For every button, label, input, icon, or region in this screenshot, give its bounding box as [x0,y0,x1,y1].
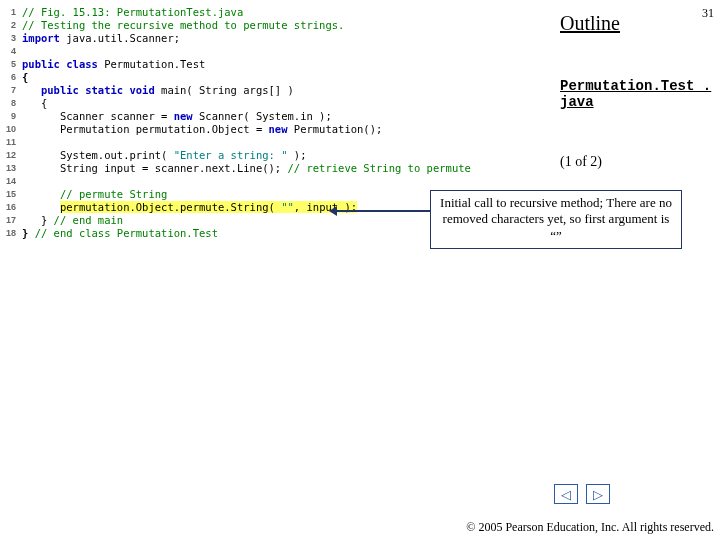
code-content: public static void main( String args[] ) [22,84,540,97]
line-number: 15 [0,188,22,201]
line-number: 18 [0,227,22,240]
code-line: 2// Testing the recursive method to perm… [0,19,540,32]
code-content: { [22,97,540,110]
line-number: 8 [0,97,22,110]
code-content [22,136,540,149]
line-number: 2 [0,19,22,32]
code-line: 3import java.util.Scanner; [0,32,540,45]
code-content: public class Permutation.Test [22,58,540,71]
code-line: 4 [0,45,540,58]
code-content: System.out.print( "Enter a string: " ); [22,149,540,162]
line-number: 14 [0,175,22,188]
line-number: 17 [0,214,22,227]
line-number: 12 [0,149,22,162]
nav-buttons: ◁ ▷ [554,484,610,504]
code-content: Scanner scanner = new Scanner( System.in… [22,110,540,123]
code-line: 1// Fig. 15.13: PermutationTest.java [0,6,540,19]
code-content [22,175,540,188]
code-content: String input = scanner.next.Line(); // r… [22,162,540,175]
code-line: 11 [0,136,540,149]
page-indicator: (1 of 2) [560,154,602,170]
line-number: 6 [0,71,22,84]
code-content [22,45,540,58]
code-line: 14 [0,175,540,188]
slide-number: 31 [702,6,714,21]
code-line: 9 Scanner scanner = new Scanner( System.… [0,110,540,123]
line-number: 7 [0,84,22,97]
line-number: 3 [0,32,22,45]
code-line: 5public class Permutation.Test [0,58,540,71]
code-line: 10 Permutation permutation.Object = new … [0,123,540,136]
callout-box: Initial call to recursive method; There … [430,190,682,249]
line-number: 5 [0,58,22,71]
code-content: Permutation permutation.Object = new Per… [22,123,540,136]
line-number: 1 [0,6,22,19]
line-number: 13 [0,162,22,175]
line-number: 11 [0,136,22,149]
code-line: 7 public static void main( String args[]… [0,84,540,97]
code-line: 8 { [0,97,540,110]
code-line: 12 System.out.print( "Enter a string: " … [0,149,540,162]
line-number: 4 [0,45,22,58]
line-number: 16 [0,201,22,214]
code-content: // Testing the recursive method to permu… [22,19,540,32]
line-number: 10 [0,123,22,136]
code-line: 6{ [0,71,540,84]
next-button[interactable]: ▷ [586,484,610,504]
outline-title: Outline [560,12,620,35]
file-label: Permutation.Test . java [560,78,720,110]
code-content: { [22,71,540,84]
code-content: // Fig. 15.13: PermutationTest.java [22,6,540,19]
callout-arrow [335,210,431,212]
code-content: import java.util.Scanner; [22,32,540,45]
copyright: © 2005 Pearson Education, Inc. All right… [466,520,714,534]
line-number: 9 [0,110,22,123]
prev-button[interactable]: ◁ [554,484,578,504]
code-line: 13 String input = scanner.next.Line(); /… [0,162,540,175]
